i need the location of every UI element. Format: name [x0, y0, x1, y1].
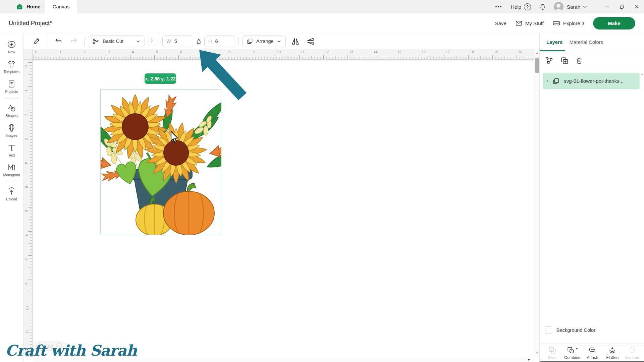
ruler-major-tick — [347, 55, 348, 59]
my-stuff-button[interactable]: My Stuff — [515, 19, 544, 27]
sidebar-item-upload[interactable]: Upload — [0, 184, 23, 204]
linetype-help-button[interactable]: ? — [148, 38, 155, 45]
ruler-major-tick — [28, 159, 32, 159]
selected-object-flower-pot[interactable] — [100, 89, 221, 234]
flatten-button[interactable]: Flatten — [605, 346, 620, 360]
overflow-menu-button[interactable]: ••• — [495, 4, 511, 9]
sidebar-label: Projects — [5, 89, 18, 94]
ruler-major-tick — [444, 55, 444, 59]
group-button[interactable] — [545, 56, 553, 65]
edit-pencil-button[interactable] — [30, 37, 44, 45]
chevron-down-icon[interactable] — [582, 4, 588, 9]
make-button[interactable]: Make — [593, 17, 635, 29]
ruler-major-tick — [396, 55, 396, 59]
ruler-number: 12 — [325, 50, 329, 54]
ruler-number: 13 — [349, 50, 353, 54]
trash-icon — [575, 57, 583, 65]
home-tab[interactable]: Home — [0, 0, 45, 13]
avatar[interactable] — [554, 2, 564, 12]
panel-tabs: Layers Material Colors — [540, 33, 644, 51]
sidebar-item-text[interactable]: Text — [0, 140, 23, 160]
contour-button[interactable]: Contour — [625, 346, 640, 360]
ruler-number: 7 — [24, 234, 28, 236]
sidebar-item-shapes[interactable]: Shapes — [0, 101, 23, 121]
background-color-checkbox[interactable] — [545, 326, 552, 334]
background-color-label: Background Color — [556, 327, 595, 333]
combine-icon — [567, 346, 575, 354]
zoom-out-button[interactable]: − — [37, 343, 42, 349]
flip-horizontal-button[interactable] — [288, 37, 303, 46]
toolbar-divider — [84, 37, 85, 46]
attach-button[interactable]: Attach — [585, 346, 600, 360]
notifications-button[interactable] — [539, 3, 554, 10]
envelope-icon — [515, 19, 523, 27]
vertical-scroll-thumb[interactable] — [535, 58, 539, 73]
ruler-major-tick — [323, 55, 324, 59]
ruler-number: 14 — [373, 50, 377, 54]
scroll-down-icon[interactable]: ▼ — [534, 352, 539, 355]
zoom-control[interactable]: − 100 + — [33, 342, 66, 351]
ruler-major-tick — [178, 55, 179, 59]
linetype-dropdown[interactable]: Basic Cut — [88, 36, 145, 47]
zoom-in-button[interactable]: + — [56, 343, 62, 349]
delete-button[interactable] — [575, 57, 583, 65]
shapes-icon — [7, 104, 16, 113]
height-input[interactable]: H 6 — [204, 36, 235, 47]
restore-icon — [620, 5, 624, 9]
project-title: Untitled Project* — [0, 20, 52, 27]
ruler-number: 3 — [24, 138, 28, 140]
width-input[interactable]: W 5 — [162, 36, 193, 47]
flower-pot-artwork — [101, 90, 221, 235]
aspect-lock-button[interactable] — [193, 38, 204, 45]
sidebar-item-images[interactable]: Images — [0, 121, 23, 140]
tab-material-colors[interactable]: Material Colors — [566, 33, 606, 51]
ruler-major-tick — [28, 135, 32, 135]
arrange-dropdown[interactable]: Arrange — [242, 36, 286, 47]
slice-button[interactable]: Slice — [544, 346, 560, 360]
sidebar-item-templates[interactable]: Templates — [0, 57, 23, 77]
undo-button[interactable] — [51, 37, 66, 45]
sidebar-item-new[interactable]: New — [0, 37, 23, 57]
duplicate-button[interactable] — [560, 56, 569, 65]
ruler-major-tick — [275, 55, 275, 59]
machine-select-button[interactable]: Explore 3 — [552, 19, 584, 27]
scroll-right-icon[interactable]: ▶ — [528, 358, 530, 361]
minimize-button[interactable] — [600, 0, 614, 13]
save-button[interactable]: Save — [495, 20, 506, 26]
ruler-number: 0 — [35, 50, 37, 54]
canvas-horizontal-scrollbar[interactable]: ▶ — [33, 357, 534, 362]
arrange-value: Arrange — [256, 39, 274, 44]
duplicate-icon — [560, 56, 569, 65]
scroll-up-icon[interactable]: ▲ — [534, 51, 539, 54]
close-button[interactable] — [629, 0, 644, 13]
layer-row-flower-pot[interactable]: › svg-01-flower-pot-thanks... — [543, 73, 640, 89]
sidebar-label: Monogram — [3, 173, 20, 177]
ruler-number: 1 — [24, 89, 28, 92]
hot-air-balloon-icon — [7, 123, 16, 132]
ruler-major-tick — [106, 55, 106, 59]
help-button[interactable]: Help ? — [511, 3, 539, 10]
combine-button[interactable]: ▼ Combine — [564, 346, 580, 360]
ruler-number: 15 — [397, 50, 401, 54]
canvas-area[interactable]: 01234567891011121314151617181920 0123456… — [23, 49, 539, 362]
tab-layers[interactable]: Layers — [543, 33, 566, 51]
lock-icon — [196, 38, 202, 45]
canvas-vertical-scrollbar[interactable]: ▲ ▼ — [534, 49, 539, 357]
panel-scroll-up-icon[interactable]: ▲ — [641, 73, 643, 76]
restore-button[interactable] — [614, 0, 629, 13]
flip-vertical-button[interactable] — [303, 37, 318, 46]
ruler-number: 4 — [132, 50, 134, 54]
sidebar-item-monogram[interactable]: Monogram — [0, 160, 23, 180]
contour-icon — [628, 346, 636, 354]
flip-vertical-icon — [306, 37, 315, 46]
ruler-major-tick — [372, 55, 372, 59]
tab-canvas[interactable]: Canvas — [45, 0, 77, 13]
ruler-number: 7 — [204, 50, 206, 54]
expand-chevron-icon[interactable]: › — [547, 78, 548, 83]
pencil-icon — [33, 37, 41, 45]
redo-button[interactable] — [66, 37, 81, 45]
top-bar-right: ••• Help ? Sarah — [495, 0, 644, 13]
scissors-icon — [92, 38, 100, 45]
sidebar-item-projects[interactable]: Projects — [0, 77, 23, 97]
layer-tools — [540, 51, 644, 70]
